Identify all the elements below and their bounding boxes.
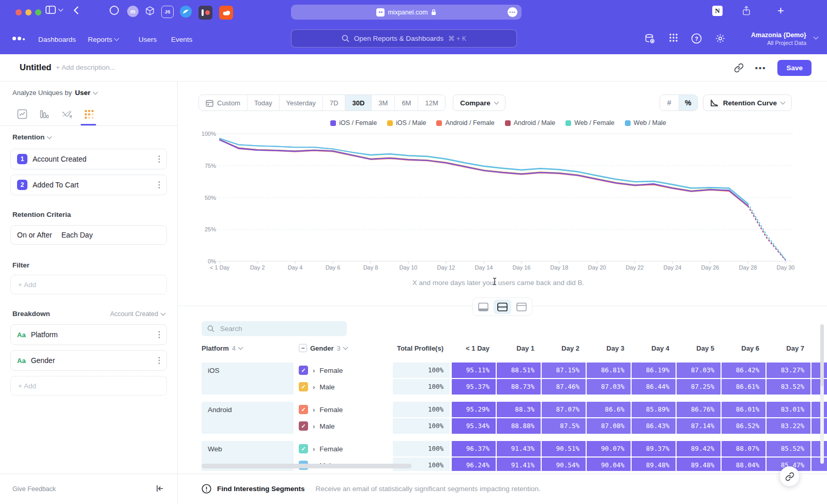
date-range-6m[interactable]: 6M <box>394 95 418 111</box>
date-range-custom[interactable]: Custom <box>199 95 247 111</box>
retention-value-cell[interactable]: 90.51% <box>542 441 586 456</box>
retention-value-cell[interactable] <box>811 379 827 395</box>
day-column-header[interactable]: < 1 Day <box>452 340 496 356</box>
retention-value-cell[interactable]: 89.48% <box>677 458 721 471</box>
date-range-yesterday[interactable]: Yesterday <box>279 95 323 111</box>
new-tab-icon[interactable]: + <box>777 4 784 18</box>
retention-value-cell[interactable]: 87.08% <box>587 418 631 434</box>
retention-value-cell[interactable]: 96.24% <box>452 458 496 471</box>
letterboxd-extension-icon[interactable] <box>198 6 212 20</box>
day-column-header[interactable]: Day 1 <box>497 340 541 356</box>
tab-insights-icon[interactable] <box>17 108 28 120</box>
retention-value-cell[interactable] <box>811 458 827 471</box>
expand-chevron-icon[interactable]: › <box>313 367 315 374</box>
retention-value-cell[interactable]: 89.48% <box>632 458 676 471</box>
close-window-button[interactable] <box>16 9 22 15</box>
retention-value-cell[interactable]: 96.37% <box>452 441 496 456</box>
retention-value-cell[interactable]: 83.52% <box>767 379 810 395</box>
address-bar[interactable]: mixpanel.com ••• <box>291 5 522 20</box>
chart-canvas[interactable] <box>198 129 798 269</box>
gender-checkbox[interactable]: ✓ <box>299 405 308 414</box>
retention-value-cell[interactable]: 87.03% <box>587 379 631 395</box>
retention-value-cell[interactable]: 86.19% <box>632 363 676 378</box>
day-column-header[interactable]: Day 2 <box>542 340 586 356</box>
target-extension-icon[interactable] <box>110 6 119 15</box>
tab-retention-icon[interactable] <box>83 108 95 120</box>
retention-value-cell[interactable]: 85.89% <box>632 402 676 417</box>
date-range-30d[interactable]: 30D <box>345 95 371 111</box>
date-range-7d[interactable]: 7D <box>323 95 345 111</box>
share-icon[interactable] <box>742 6 751 15</box>
day-column-header[interactable]: Day 5 <box>677 340 721 356</box>
total-column-header[interactable]: Total Profile(s) <box>393 340 450 356</box>
retention-value-cell[interactable]: 87.03% <box>677 363 721 378</box>
gender-row[interactable]: ✓›Female <box>299 402 392 417</box>
criteria-each-day[interactable]: Each Day <box>62 231 93 239</box>
zoom-window-button[interactable] <box>35 9 41 15</box>
vertical-scrollbar[interactable] <box>820 324 824 464</box>
sidebar-toggle-icon[interactable] <box>45 6 56 14</box>
retention-section-header[interactable]: Retention <box>12 133 165 141</box>
day-column-header[interactable]: Day 3 <box>587 340 631 356</box>
gender-checkbox[interactable]: ✓ <box>299 444 308 453</box>
retention-value-cell[interactable]: 87.14% <box>677 418 721 434</box>
retention-value-cell[interactable]: 95.34% <box>452 418 496 434</box>
more-options-icon[interactable]: ••• <box>755 66 767 71</box>
day-column-header[interactable]: Day 6 <box>722 340 765 356</box>
date-range-3m[interactable]: 3M <box>371 95 394 111</box>
table-search[interactable] <box>202 321 347 336</box>
expand-chevron-icon[interactable]: › <box>313 445 315 453</box>
notion-icon[interactable]: N <box>712 6 723 16</box>
nav-users[interactable]: Users <box>139 34 157 44</box>
report-title[interactable]: Untitled <box>20 62 51 72</box>
retention-value-cell[interactable]: 90.54% <box>542 458 586 471</box>
report-description-placeholder[interactable]: + Add description... <box>56 64 115 71</box>
retention-value-cell[interactable]: 87.5% <box>542 418 586 434</box>
retention-value-cell[interactable]: 89.42% <box>677 441 721 456</box>
legend-android-female[interactable]: Android / Female <box>436 119 494 127</box>
retention-value-cell[interactable]: 83.01% <box>767 402 810 417</box>
retention-value-cell[interactable]: 86.81% <box>587 363 631 378</box>
day-column-header[interactable]: Day 7 <box>767 340 810 356</box>
m-avatar-extension-icon[interactable]: m <box>127 6 139 17</box>
retention-value-cell[interactable]: 95.37% <box>452 379 496 395</box>
retention-value-cell[interactable]: 87.46% <box>542 379 586 395</box>
criteria-on-or-after[interactable]: On or After <box>17 231 52 239</box>
collapse-sidebar-icon[interactable] <box>156 484 164 493</box>
retention-value-cell[interactable]: 86.52% <box>722 418 765 434</box>
chevron-down-icon[interactable] <box>59 9 63 11</box>
retention-value-cell[interactable]: 90.04% <box>587 458 631 471</box>
nav-reports[interactable]: Reports <box>88 34 118 44</box>
retention-value-cell[interactable]: 83.22% <box>767 418 810 434</box>
tab-flows-icon[interactable] <box>61 108 72 120</box>
retention-step-2[interactable]: 2 Added To Cart <box>10 175 167 195</box>
breakdown-scope-dropdown[interactable]: Account Created <box>110 310 165 318</box>
retention-value-cell[interactable]: 87.25% <box>677 379 721 395</box>
extensions-more-icon[interactable]: ••• <box>508 7 517 17</box>
retention-step-1[interactable]: 1 Account Created <box>10 149 167 169</box>
share-link-fab[interactable] <box>779 466 800 486</box>
unit-number-button[interactable]: # <box>660 95 679 111</box>
table-search-input[interactable] <box>219 324 341 333</box>
gender-row[interactable]: ✓›Female <box>299 363 392 378</box>
kebab-menu-icon[interactable] <box>158 356 160 365</box>
js-extension-icon[interactable]: JS <box>161 6 174 18</box>
retention-value-cell[interactable]: 91.43% <box>497 441 541 456</box>
find-segments-link[interactable]: Find Interesting Segments <box>217 485 305 493</box>
legend-android-male[interactable]: Android / Male <box>505 119 556 127</box>
expand-chevron-icon[interactable]: › <box>313 422 315 430</box>
nav-dashboards[interactable]: Dashboards <box>38 34 76 44</box>
filter-add-button[interactable]: + Add <box>10 275 167 294</box>
retention-value-cell[interactable]: 86.42% <box>722 363 765 378</box>
gender-row[interactable]: ✓›Female <box>299 441 392 456</box>
date-range-12m[interactable]: 12M <box>418 95 445 111</box>
retention-value-cell[interactable]: 95.11% <box>452 363 496 378</box>
apps-grid-icon[interactable] <box>669 33 678 42</box>
save-button[interactable]: Save <box>777 60 811 76</box>
chart-type-dropdown[interactable]: Retention Curve <box>703 94 792 111</box>
platform-column-header[interactable]: Platform4 <box>202 340 242 356</box>
retention-value-cell[interactable]: 86.61% <box>722 379 765 395</box>
retention-value-cell[interactable]: 89.37% <box>632 441 676 456</box>
kebab-menu-icon[interactable] <box>158 330 160 339</box>
retention-value-cell[interactable] <box>811 441 827 456</box>
